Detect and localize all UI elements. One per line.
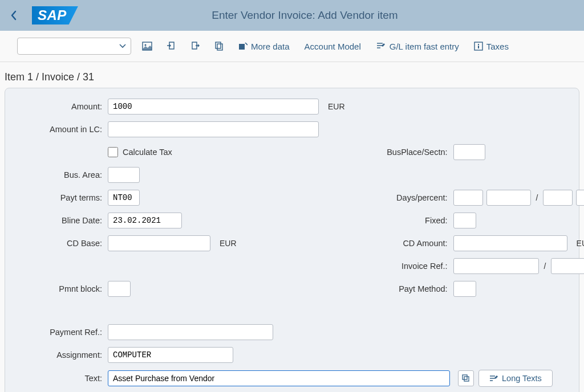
variant-select[interactable] [17, 38, 131, 55]
copy-icon[interactable] [211, 38, 227, 54]
app-header: SAP Enter Vendor Invoice: Add Vendor ite… [0, 0, 584, 31]
cd-base-currency: EUR [214, 239, 237, 248]
sap-logo: SAP [32, 6, 78, 24]
days-2-input[interactable] [543, 190, 573, 206]
calculate-tax-checkbox[interactable] [108, 147, 118, 157]
bline-date-input[interactable] [108, 213, 182, 228]
image-icon[interactable] [139, 38, 155, 54]
days-1-input[interactable] [453, 190, 483, 206]
gl-fast-entry-link[interactable]: G/L item fast entry [372, 42, 463, 51]
bus-area-input[interactable] [108, 167, 140, 183]
text-input[interactable] [108, 370, 450, 386]
busplace-input[interactable] [453, 144, 485, 160]
svg-rect-4 [239, 44, 245, 50]
bus-area-label: Bus. Area: [22, 170, 108, 179]
info-icon [474, 42, 483, 51]
chevron-down-icon [119, 44, 126, 48]
cd-amount-input[interactable] [453, 235, 567, 251]
assignment-label: Assignment: [22, 350, 108, 360]
svg-rect-7 [478, 46, 479, 48]
assignment-input[interactable] [108, 347, 233, 363]
payt-terms-input[interactable] [108, 190, 140, 206]
svg-rect-2 [216, 42, 221, 48]
account-model-link[interactable]: Account Model [301, 42, 364, 51]
group-title: Item 1 / Invoice / 31 [0, 62, 584, 88]
fixed-input[interactable] [453, 213, 476, 228]
form-panel: Amount: EUR Amount in LC: Calculate Tax … [5, 88, 579, 392]
chevron-left-icon [10, 10, 18, 21]
amount-lc-label: Amount in LC: [22, 125, 108, 134]
pmnt-block-label: Pmnt block: [22, 284, 108, 293]
amount-input[interactable] [108, 99, 319, 115]
amount-lc-input[interactable] [108, 121, 319, 137]
more-data-label: More data [251, 42, 290, 51]
long-texts-button[interactable]: Long Texts [478, 370, 553, 387]
busplace-label: BusPlace/Sectn: [368, 148, 453, 157]
svg-rect-6 [478, 44, 479, 45]
cd-amount-label: CD Amount: [368, 239, 453, 248]
amount-label: Amount: [22, 102, 108, 111]
payt-method-input[interactable] [453, 281, 476, 297]
svg-rect-8 [463, 375, 467, 379]
payt-method-label: Payt Method: [368, 284, 453, 293]
valuehelp-icon [462, 374, 470, 382]
back-button[interactable] [7, 9, 21, 22]
days-percent-label: Days/percent: [368, 193, 453, 202]
bline-date-label: Bline Date: [22, 216, 108, 225]
payment-ref-label: Payment Ref.: [22, 328, 108, 337]
edit-list-icon [376, 42, 386, 51]
invoice-ref-1-input[interactable] [453, 258, 539, 274]
payment-ref-input[interactable] [108, 324, 273, 340]
taxes-label: Taxes [486, 42, 509, 51]
document-arrow-icon [238, 42, 248, 50]
taxes-link[interactable]: Taxes [471, 42, 512, 51]
paste-in-icon[interactable] [163, 38, 179, 54]
cd-base-input[interactable] [108, 235, 210, 251]
cd-base-label: CD Base: [22, 239, 108, 248]
account-model-label: Account Model [305, 42, 361, 51]
paste-out-icon[interactable] [187, 38, 203, 54]
svg-rect-9 [464, 377, 469, 381]
more-data-link[interactable]: More data [235, 42, 293, 51]
percent-2-input[interactable] [576, 190, 584, 206]
invoice-ref-2-input[interactable] [551, 258, 584, 274]
pmnt-block-input[interactable] [108, 281, 131, 297]
longtext-icon [489, 374, 498, 382]
calculate-tax-label: Calculate Tax [123, 148, 172, 157]
percent-1-input[interactable] [486, 190, 531, 206]
payt-terms-label: Payt terms: [22, 193, 108, 202]
text-label: Text: [22, 374, 108, 383]
gl-fast-entry-label: G/L item fast entry [390, 42, 459, 51]
svg-rect-3 [217, 44, 222, 50]
page-title: Enter Vendor Invoice: Add Vendor item [78, 9, 577, 22]
svg-point-1 [145, 44, 147, 46]
invoice-ref-label: Invoice Ref.: [368, 262, 453, 271]
cd-amount-currency: EUR [571, 239, 584, 248]
fixed-label: Fixed: [368, 216, 453, 225]
long-texts-label: Long Texts [502, 374, 542, 383]
toolbar: More data Account Model G/L item fast en… [0, 31, 584, 62]
amount-currency: EUR [322, 102, 345, 111]
text-valuehelp-button[interactable] [458, 370, 474, 386]
